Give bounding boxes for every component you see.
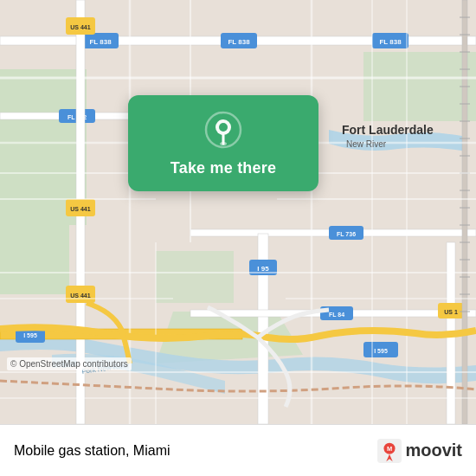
moovit-text: moovit [405,441,462,460]
svg-text:New River: New River [346,139,387,149]
svg-text:M: M [387,445,392,453]
svg-text:FL 736: FL 736 [337,231,356,237]
location-pin-icon [204,111,242,149]
svg-text:I 595: I 595 [23,332,37,338]
svg-point-81 [219,123,228,132]
svg-rect-2 [0,225,69,294]
map-container: FL 838 FL 838 FL 838 FL 842 US 441 US 44… [0,0,476,424]
moovit-logo-icon: M [377,439,402,463]
svg-text:Fort Lauderdale: Fort Lauderdale [342,123,434,137]
svg-text:US 441: US 441 [70,206,90,212]
svg-text:US 441: US 441 [70,293,90,299]
map-attribution: © OpenStreetMap contributors [7,357,132,370]
svg-rect-40 [462,0,467,424]
svg-point-82 [220,142,227,145]
bottom-info-bar: Mobile gas station, Miami M moovit [0,424,476,476]
moovit-logo: M moovit [377,439,462,463]
svg-text:FL 838: FL 838 [89,38,112,46]
svg-text:FL 84: FL 84 [329,312,344,318]
svg-text:FL 838: FL 838 [379,38,402,46]
take-me-there-card[interactable]: Take me there [128,95,318,191]
svg-rect-3 [363,52,476,121]
svg-text:US 441: US 441 [70,24,90,30]
location-text: Mobile gas station, Miami [14,443,170,459]
take-me-there-button[interactable]: Take me there [170,159,276,177]
svg-rect-4 [156,251,234,303]
svg-text:I 595: I 595 [374,348,388,354]
svg-text:I 95: I 95 [257,265,269,273]
svg-text:FL 838: FL 838 [228,38,250,46]
svg-text:US 1: US 1 [444,309,458,315]
